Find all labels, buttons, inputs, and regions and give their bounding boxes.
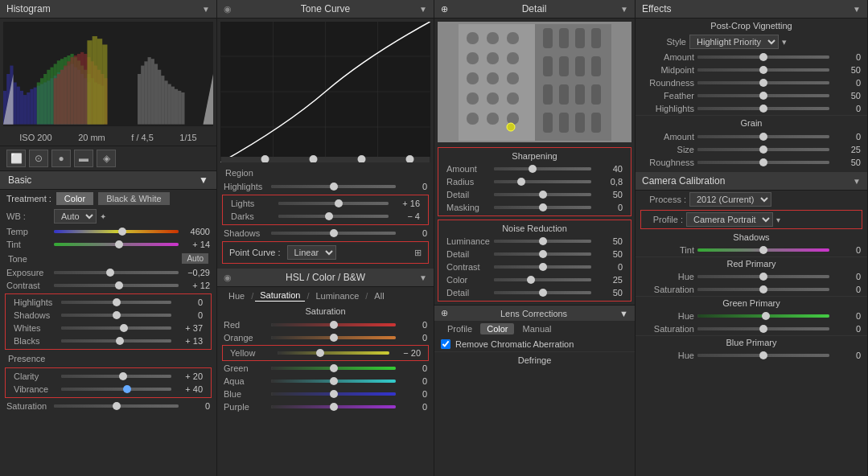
lens-manual-tab[interactable]: Manual <box>516 323 557 334</box>
highlights-row: Highlights 0 <box>7 296 209 309</box>
tc-darks-slider[interactable] <box>278 215 389 218</box>
sharp-amount-label: Amount <box>446 164 491 174</box>
vibrance-value: + 40 <box>175 384 203 394</box>
grain-size-slider[interactable] <box>697 148 829 151</box>
filter-tool[interactable]: ◈ <box>97 150 116 167</box>
detail-title: Detail <box>522 3 547 14</box>
green-hue-slider[interactable] <box>697 314 829 318</box>
green-sat-slider[interactable] <box>271 367 396 370</box>
defringe-section: Defringe <box>434 351 635 368</box>
grain-roughness-slider[interactable] <box>697 161 829 164</box>
lens-color-tab[interactable]: Color <box>480 323 514 334</box>
heal-tool[interactable]: ⊙ <box>29 150 48 167</box>
aqua-sat-slider[interactable] <box>271 380 396 383</box>
hsl-all-tab[interactable]: All <box>369 290 389 302</box>
hsl-saturation-tab[interactable]: Saturation <box>255 289 305 302</box>
purple-sat-slider[interactable] <box>271 405 396 408</box>
lens-profile-tab[interactable]: Profile <box>441 323 479 334</box>
noise-contrast-slider[interactable] <box>494 265 591 269</box>
red-hue-slider[interactable] <box>697 275 829 278</box>
shadows-slider[interactable] <box>61 314 171 317</box>
process-dropdown[interactable]: 2012 (Current) <box>689 192 771 207</box>
vignette-roundness-slider[interactable] <box>697 81 829 84</box>
svg-rect-106 <box>507 72 519 84</box>
saturation-value: 0 <box>182 401 210 411</box>
wb-eyedropper-icon[interactable]: ✦ <box>100 212 106 221</box>
sharp-radius-slider[interactable] <box>494 180 591 183</box>
green-sat-calib-row: Saturation 0 <box>636 322 867 335</box>
sharp-amount-slider[interactable] <box>494 167 591 170</box>
vignette-highlights-slider[interactable] <box>697 107 829 110</box>
contrast-slider[interactable] <box>54 284 179 287</box>
yellow-sat-slider[interactable] <box>278 351 389 355</box>
tc-highlights-slider[interactable] <box>271 185 396 188</box>
vignette-midpoint-slider[interactable] <box>697 68 829 72</box>
exposure-slider[interactable] <box>54 271 179 274</box>
whites-label: Whites <box>14 323 58 333</box>
color-treatment-btn[interactable]: Color <box>56 192 93 205</box>
red-sat-value: 0 <box>399 320 427 330</box>
aqua-sat-label: Aqua <box>224 376 268 386</box>
blue-hue-slider[interactable] <box>697 354 829 357</box>
tc-lights-slider[interactable] <box>278 202 389 205</box>
svg-rect-75 <box>164 80 167 124</box>
grain-amount-slider[interactable] <box>697 135 829 138</box>
calib-tint-slider[interactable] <box>697 248 829 252</box>
noise-color-detail-slider[interactable] <box>494 291 591 294</box>
remove-ca-checkbox[interactable] <box>441 339 450 349</box>
temp-slider[interactable] <box>54 230 179 233</box>
calib-tint-value: 0 <box>833 245 861 255</box>
noise-detail-slider[interactable] <box>494 252 591 256</box>
crop-tool[interactable]: ⬜ <box>6 150 26 167</box>
svg-rect-8 <box>27 92 30 125</box>
grain-amount-value: 0 <box>833 132 861 142</box>
process-label: Process : <box>642 195 686 204</box>
red-sat-calib-label: Saturation <box>642 285 694 294</box>
curve-edit-icon[interactable]: ⊞ <box>414 248 422 258</box>
svg-rect-125 <box>543 113 553 133</box>
sharp-masking-slider[interactable] <box>494 206 591 209</box>
tc-darks-value: − 4 <box>392 211 420 221</box>
style-dropdown[interactable]: Highlight Priority <box>689 35 779 49</box>
redeye-tool[interactable]: ● <box>51 150 71 167</box>
red-sat-calib-slider[interactable] <box>697 288 829 291</box>
svg-rect-124 <box>591 84 601 105</box>
orange-sat-slider[interactable] <box>271 336 396 339</box>
highlights-slider[interactable] <box>61 301 171 304</box>
blue-hue-value: 0 <box>833 351 861 360</box>
whites-slider[interactable] <box>61 326 171 330</box>
lens-title: Lens Corrections <box>500 309 567 318</box>
tint-slider[interactable] <box>54 243 179 246</box>
bw-treatment-btn[interactable]: Black & White <box>98 192 169 205</box>
lens-move-icon: ⊕ <box>441 308 448 318</box>
svg-rect-98 <box>467 32 479 44</box>
grain-roughness-label: Roughness <box>642 158 694 167</box>
hsl-luminance-tab[interactable]: Luminance <box>311 290 364 302</box>
camera-info: ISO 200 20 mm f / 4,5 1/15 <box>0 129 216 146</box>
blue-sat-slider[interactable] <box>271 392 396 396</box>
saturation-slider[interactable] <box>54 404 179 408</box>
noise-luminance-slider[interactable] <box>494 240 591 243</box>
whites-row: Whites + 37 <box>7 322 209 334</box>
red-sat-slider[interactable] <box>271 323 396 326</box>
blacks-slider[interactable] <box>61 339 171 343</box>
brush-tool[interactable]: ▬ <box>74 150 93 167</box>
noise-color-slider[interactable] <box>494 278 591 281</box>
tone-auto-btn[interactable]: Auto <box>182 253 208 264</box>
clarity-slider[interactable] <box>61 375 171 378</box>
profile-dropdown[interactable]: Camera Portrait <box>686 212 773 227</box>
hsl-hue-tab[interactable]: Hue <box>224 290 249 302</box>
green-sat-calib-slider[interactable] <box>697 327 829 330</box>
sharp-detail-slider[interactable] <box>494 193 591 196</box>
svg-rect-104 <box>467 72 479 84</box>
histogram-arrow: ▼ <box>202 5 210 14</box>
vignette-feather-slider[interactable] <box>697 94 829 97</box>
wb-dropdown[interactable]: Auto <box>54 209 97 224</box>
vignette-amount-slider[interactable] <box>697 55 829 59</box>
point-curve-dropdown[interactable]: Linear <box>287 245 336 260</box>
curve-chart <box>220 22 430 162</box>
tc-shadows-slider[interactable] <box>271 232 396 235</box>
highlights-label: Highlights <box>14 298 58 307</box>
svg-rect-127 <box>575 113 585 133</box>
vibrance-slider[interactable] <box>61 388 171 391</box>
